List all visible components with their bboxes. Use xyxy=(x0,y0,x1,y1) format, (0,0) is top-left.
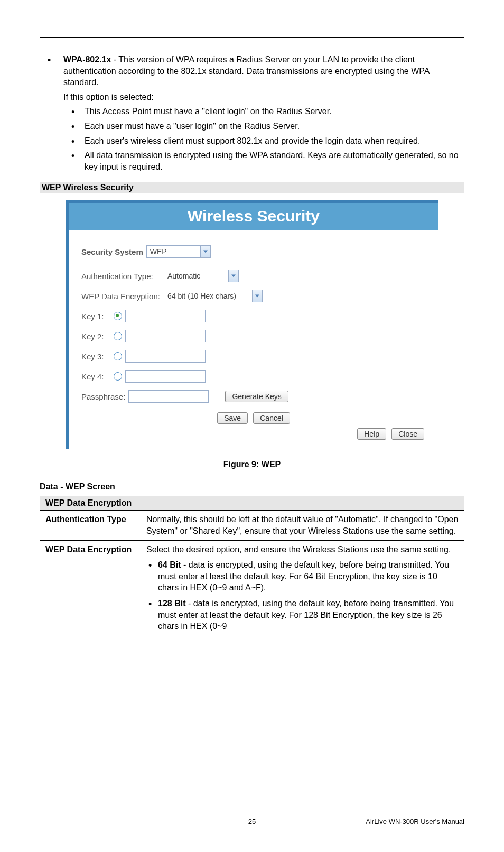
section-heading-wep: WEP Wireless Security xyxy=(40,182,464,193)
key3-radio[interactable] xyxy=(114,352,122,360)
table-section-title: WEP Data Encryption xyxy=(40,496,464,511)
help-button[interactable]: Help xyxy=(357,428,386,440)
list-item: 64 Bit - data is encrypted, using the de… xyxy=(146,559,459,594)
row-content: Normally, this should be left at the def… xyxy=(141,511,464,540)
bullet-rest: - data is encrypted, using the default k… xyxy=(158,599,454,631)
key2-label: Key 2: xyxy=(81,332,110,341)
bullet-rest: - data is encrypted, using the default k… xyxy=(158,560,449,592)
wep-enc-label: WEP Data Encryption: xyxy=(81,292,161,301)
row-label: WEP Data Encryption xyxy=(40,540,141,640)
close-button[interactable]: Close xyxy=(391,428,424,440)
passphrase-label: Passphrase: xyxy=(81,392,125,401)
wpa-ifselected: If this option is selected: xyxy=(63,91,464,103)
wpa-subitem: Each user's wireless client must support… xyxy=(63,135,464,147)
key4-radio[interactable] xyxy=(114,372,122,381)
row-label: Authentication Type xyxy=(40,511,141,540)
key2-radio[interactable] xyxy=(114,332,122,340)
key4-label: Key 4: xyxy=(81,372,110,381)
wpa-subitem: This Access Point must have a "client lo… xyxy=(63,106,464,117)
wep-enc-select[interactable]: 64 bit (10 Hex chars) xyxy=(164,290,263,302)
chevron-down-icon xyxy=(200,246,210,257)
wep-data-table: WEP Data Encryption Authentication Type … xyxy=(40,496,464,640)
row-content: Select the desired option, and ensure th… xyxy=(141,540,464,640)
chevron-down-icon xyxy=(252,290,262,302)
cancel-button[interactable]: Cancel xyxy=(253,412,290,424)
wpa-desc: - This version of WPA requires a Radius … xyxy=(63,55,430,87)
data-wep-heading: Data - WEP Screen xyxy=(40,482,464,492)
key3-label: Key 3: xyxy=(81,352,110,361)
generate-keys-button[interactable]: Generate Keys xyxy=(225,391,288,402)
product-name: AirLive WN-300R User's Manual xyxy=(366,818,464,826)
key4-input[interactable] xyxy=(125,370,206,383)
key1-label: Key 1: xyxy=(81,312,110,321)
wpa-title: WPA-802.1x xyxy=(63,55,111,64)
list-item: 128 Bit - data is encrypted, using the d… xyxy=(146,598,459,632)
wireless-security-panel: Wireless Security Security System WEP Au… xyxy=(66,200,438,449)
figure-caption: Figure 9: WEP xyxy=(40,460,464,469)
wpa-subitems: This Access Point must have a "client lo… xyxy=(63,106,464,172)
bullet-bold: 64 Bit xyxy=(158,560,181,569)
auth-type-select[interactable]: Automatic xyxy=(164,270,239,282)
auth-type-label: Authentication Type: xyxy=(81,272,161,281)
security-system-value: WEP xyxy=(147,246,200,257)
key3-input[interactable] xyxy=(125,350,206,363)
row-text: Select the desired option, and ensure th… xyxy=(146,544,459,555)
top-rule xyxy=(40,37,464,38)
wpa-bullet: WPA-802.1x - This version of WPA require… xyxy=(40,54,464,172)
wpa-subitem: All data transmission is encrypted using… xyxy=(63,150,464,172)
panel-title: Wireless Security xyxy=(69,203,438,230)
page-footer: 25 AirLive WN-300R User's Manual xyxy=(40,818,464,826)
save-button[interactable]: Save xyxy=(217,412,248,424)
chevron-down-icon xyxy=(228,270,238,282)
auth-type-value: Automatic xyxy=(164,270,228,282)
key1-input[interactable] xyxy=(125,310,206,322)
passphrase-input[interactable] xyxy=(128,390,209,403)
key1-radio[interactable] xyxy=(114,312,122,320)
page-number: 25 xyxy=(248,818,256,826)
table-row: Authentication Type Normally, this shoul… xyxy=(40,511,464,540)
security-system-label: Security System xyxy=(81,247,143,256)
bullet-bold: 128 Bit xyxy=(158,599,185,608)
wpa-subitem: Each user must have a "user login" on th… xyxy=(63,121,464,132)
wep-enc-value: 64 bit (10 Hex chars) xyxy=(164,290,252,302)
key2-input[interactable] xyxy=(125,330,206,342)
security-system-select[interactable]: WEP xyxy=(146,245,211,258)
table-row: WEP Data Encryption Select the desired o… xyxy=(40,540,464,640)
